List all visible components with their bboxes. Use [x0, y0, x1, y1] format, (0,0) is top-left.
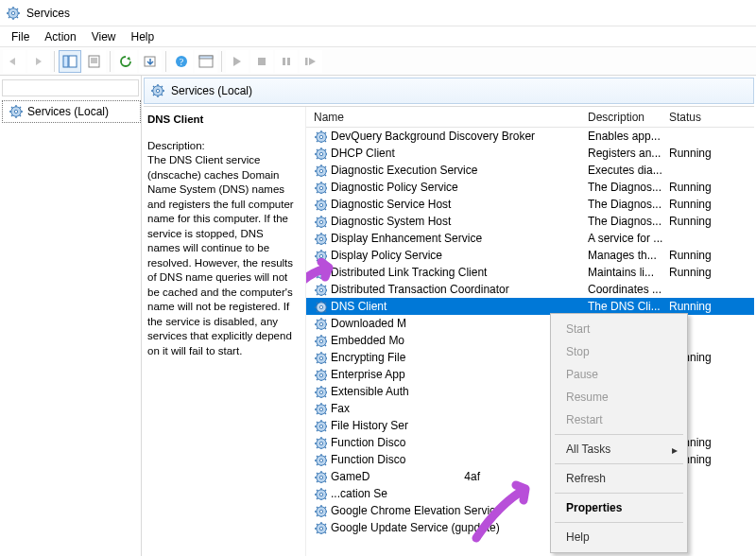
menu-view[interactable]: View [84, 28, 124, 45]
ctx-refresh[interactable]: Refresh [553, 467, 685, 490]
description-label: Description: [147, 139, 298, 154]
svg-rect-23 [287, 58, 290, 65]
service-row[interactable]: Display Enhancement ServiceA service for… [306, 230, 754, 247]
menu-action[interactable]: Action [37, 28, 83, 45]
window-title: Services [26, 7, 70, 20]
gear-icon [314, 147, 327, 160]
service-row[interactable]: Diagnostic System HostThe Diagnos...Runn… [306, 213, 754, 230]
menu-help[interactable]: Help [124, 28, 163, 45]
view-detail-button[interactable] [195, 50, 217, 73]
tree-node-services-local[interactable]: Services (Local) [2, 100, 141, 123]
service-name: Diagnostic Execution Service [331, 164, 477, 177]
show-hide-tree-button[interactable] [59, 50, 81, 73]
toolbar-separator [54, 51, 55, 72]
ctx-resume[interactable]: Resume [553, 386, 685, 408]
service-name: Fax [331, 402, 350, 415]
service-row[interactable]: Display Policy ServiceManages th...Runni… [306, 247, 754, 264]
menu-file[interactable]: File [4, 28, 37, 45]
service-status: Running [669, 215, 735, 228]
properties-toolbar-button[interactable] [83, 50, 106, 73]
refresh-button[interactable] [114, 50, 137, 73]
gear-icon [314, 470, 327, 483]
console-tree-pane: Services (Local) [0, 76, 142, 556]
service-description: The DNS Cli... [588, 300, 669, 313]
tree-node-label: Services (Local) [27, 105, 109, 118]
export-list-button[interactable] [139, 50, 162, 73]
ctx-separator [555, 493, 683, 494]
nav-forward-button[interactable] [27, 50, 50, 73]
service-status: Running [669, 181, 735, 194]
toolbar-separator [221, 51, 222, 72]
ctx-all-tasks[interactable]: All Tasks▸ [553, 438, 685, 460]
service-row[interactable]: Distributed Link Tracking ClientMaintain… [306, 264, 754, 281]
ctx-pause[interactable]: Pause [553, 363, 685, 386]
results-title: Services (Local) [171, 84, 252, 97]
service-row[interactable]: DHCP ClientRegisters an...Running [306, 145, 754, 162]
gear-icon [314, 419, 327, 432]
service-description: Executes dia... [588, 164, 669, 177]
service-name: Encrypting File [331, 351, 405, 364]
service-description: Manages th... [588, 249, 669, 262]
detail-description: The DNS Client service (dnscache) caches… [147, 153, 298, 358]
svg-rect-12 [89, 56, 99, 67]
gear-icon [314, 181, 327, 194]
toolbar-separator [110, 51, 111, 72]
nav-back-button[interactable] [3, 50, 26, 73]
service-name: File History Ser [331, 419, 408, 432]
restart-service-button[interactable] [300, 50, 322, 73]
gear-icon [314, 215, 327, 228]
gear-icon [314, 487, 327, 500]
ctx-start[interactable]: Start [553, 318, 685, 340]
service-description: A service for ... [588, 232, 669, 245]
gear-icon [314, 453, 327, 466]
gear-icon [314, 385, 327, 398]
service-name: Google Chrome Elevation Service [331, 504, 502, 517]
gear-icon [314, 317, 327, 330]
svg-rect-21 [258, 58, 266, 65]
help-button[interactable]: ? [170, 50, 193, 73]
pause-service-button[interactable] [275, 50, 298, 73]
ctx-restart[interactable]: Restart [553, 408, 685, 431]
service-name: ...cation Se [331, 487, 387, 500]
service-status: Running [669, 300, 735, 313]
service-row[interactable]: Diagnostic Policy ServiceThe Diagnos...R… [306, 179, 754, 196]
gear-icon [314, 300, 327, 313]
service-name: Extensible Auth [331, 385, 409, 398]
ctx-separator [555, 522, 683, 523]
column-header-description[interactable]: Description [588, 111, 669, 124]
service-status: Running [669, 249, 735, 262]
ctx-properties[interactable]: Properties [553, 496, 685, 519]
service-row[interactable]: Distributed Transaction CoordinatorCoord… [306, 281, 754, 298]
service-status: Running [669, 198, 735, 211]
svg-rect-24 [305, 58, 308, 65]
gear-icon [314, 198, 327, 211]
service-status: Running [669, 266, 735, 279]
ctx-stop[interactable]: Stop [553, 340, 685, 363]
toolbar: ? [0, 47, 756, 76]
column-header-status[interactable]: Status [669, 111, 735, 124]
service-row[interactable]: Diagnostic Service HostThe Diagnos...Run… [306, 196, 754, 213]
column-header-name[interactable]: Name [306, 111, 588, 124]
service-row[interactable]: DevQuery Background Discovery BrokerEnab… [306, 128, 754, 145]
ctx-help[interactable]: Help [553, 526, 685, 548]
gear-icon [314, 164, 327, 177]
tree-header [2, 79, 139, 96]
service-name: Embedded Mo [331, 334, 404, 347]
service-status: Running [669, 147, 735, 160]
chevron-right-icon: ▸ [672, 443, 678, 457]
svg-rect-11 [69, 56, 77, 67]
toolbar-separator [165, 51, 166, 72]
gear-icon [150, 83, 165, 98]
service-name: Downloaded M [331, 317, 406, 330]
detail-service-name: DNS Client [147, 113, 298, 128]
service-row[interactable]: Diagnostic Execution ServiceExecutes dia… [306, 162, 754, 179]
column-headers: Name Description Status [306, 107, 754, 128]
ctx-separator [555, 434, 683, 435]
service-name: Distributed Transaction Coordinator [331, 283, 509, 296]
results-header: Services (Local) [144, 78, 754, 104]
service-name: Diagnostic System Host [331, 215, 451, 228]
stop-service-button[interactable] [250, 50, 273, 73]
service-name: DHCP Client [331, 147, 395, 160]
start-service-button[interactable] [226, 50, 249, 73]
svg-text:?: ? [180, 57, 184, 67]
